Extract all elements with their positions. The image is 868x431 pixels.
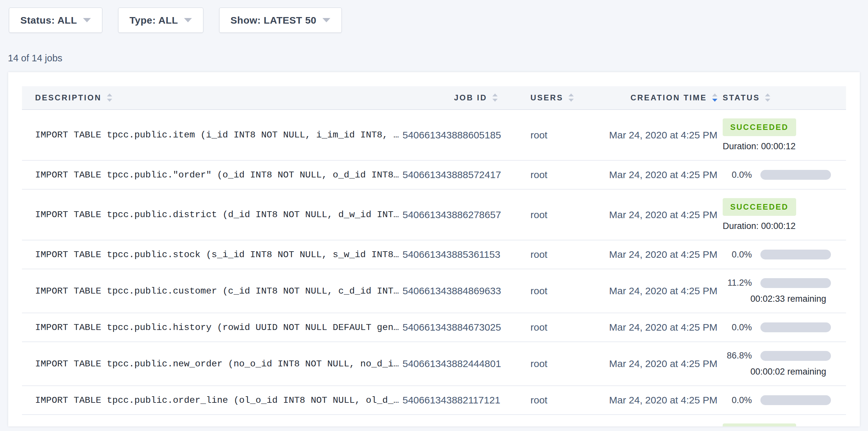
status-cell: 0.0% xyxy=(717,386,846,414)
status-filter-label: Status: ALL xyxy=(20,15,77,26)
progress-bar xyxy=(761,395,831,405)
status-running: 0.0% xyxy=(723,322,831,333)
user-cell: root xyxy=(498,189,573,240)
column-header-status[interactable]: STATUS xyxy=(717,86,846,110)
creation-time-cell: Mar 24, 2020 at 4:25 PM xyxy=(573,189,717,240)
chevron-down-icon xyxy=(83,18,91,22)
progress-percent: 86.8% xyxy=(726,351,752,361)
status-cell: 0.0% xyxy=(717,160,846,189)
job-id-cell: 540661343888572417 xyxy=(403,160,498,189)
progress-bar xyxy=(761,278,831,288)
job-id-cell: 540661343882117121 xyxy=(403,386,498,414)
progress-bar xyxy=(761,351,831,361)
status-running: 11.2% 00:02:33 remaining xyxy=(723,278,831,304)
status-succeeded: SUCCEEDED Duration: 00:00:12 xyxy=(723,198,831,231)
table-row[interactable]: IMPORT TABLE tpcc.public.history (rowid … xyxy=(22,313,846,342)
type-filter-dropdown[interactable]: Type: ALL xyxy=(118,7,204,33)
table-row[interactable]: IMPORT TABLE tpcc.public.customer (c_id … xyxy=(22,269,846,313)
job-description-link[interactable]: IMPORT TABLE tpcc.public.order_line (ol_… xyxy=(35,395,399,405)
jobs-panel: DESCRIPTION JOB ID USERS CREATION TIME S… xyxy=(8,72,860,426)
duration-text: Duration: 00:00:12 xyxy=(723,221,831,231)
sort-icon xyxy=(765,93,770,102)
status-cell: 0.0% xyxy=(717,240,846,269)
creation-time-cell: Mar 24, 2020 at 4:25 PM xyxy=(573,269,717,313)
jobs-count: 14 of 14 jobs xyxy=(8,53,868,64)
user-cell: root xyxy=(498,414,573,426)
column-label: STATUS xyxy=(723,93,760,102)
table-row[interactable]: IMPORT TABLE tpcc.public.stock (s_i_id I… xyxy=(22,240,846,269)
jobs-table: DESCRIPTION JOB ID USERS CREATION TIME S… xyxy=(22,86,846,426)
status-succeeded: SUCCEEDED Duration: 00:00:08 xyxy=(723,424,831,426)
progress-percent: 11.2% xyxy=(727,278,752,288)
status-running: 0.0% xyxy=(723,170,831,180)
table-row[interactable]: IMPORT TABLE tpcc.public.item (i_id INT8… xyxy=(22,110,846,160)
job-description-link[interactable]: IMPORT TABLE tpcc.public.customer (c_id … xyxy=(35,286,399,296)
sort-icon xyxy=(492,93,498,102)
progress-percent: 0.0% xyxy=(732,170,752,180)
column-label: JOB ID xyxy=(454,93,487,102)
table-row[interactable]: IMPORT TABLE tpcc.public.district (d_id … xyxy=(22,189,846,240)
status-badge: SUCCEEDED xyxy=(723,198,796,216)
user-cell: root xyxy=(498,110,573,160)
chevron-down-icon xyxy=(322,18,330,22)
progress-percent: 0.0% xyxy=(732,250,752,260)
status-badge: SUCCEEDED xyxy=(723,424,796,426)
user-cell: root xyxy=(498,386,573,414)
job-id-cell: 540661343885361153 xyxy=(403,240,498,269)
user-cell: root xyxy=(498,342,573,386)
progress-bar xyxy=(761,322,831,332)
status-cell: SUCCEEDED Duration: 00:00:12 xyxy=(717,189,846,240)
column-label: CREATION TIME xyxy=(630,93,707,102)
status-cell: 0.0% xyxy=(717,313,846,342)
sort-icon xyxy=(107,93,112,102)
status-filter-dropdown[interactable]: Status: ALL xyxy=(9,7,102,33)
job-id-cell: 540661343884673025 xyxy=(403,313,498,342)
table-row[interactable]: IMPORT TABLE tpcc.public."order" (o_id I… xyxy=(22,160,846,189)
progress-percent: 0.0% xyxy=(732,322,752,333)
status-cell: SUCCEEDED Duration: 00:00:08 xyxy=(717,414,846,426)
status-cell: SUCCEEDED Duration: 00:00:12 xyxy=(717,110,846,160)
job-id-cell: 540661343884869633 xyxy=(403,269,498,313)
creation-time-cell: Mar 24, 2020 at 4:25 PM xyxy=(573,386,717,414)
job-description-link[interactable]: IMPORT TABLE tpcc.public.item (i_id INT8… xyxy=(35,130,399,140)
user-cell: root xyxy=(498,240,573,269)
job-id-cell: 540661343886278657 xyxy=(403,189,498,240)
show-filter-dropdown[interactable]: Show: LATEST 50 xyxy=(219,7,342,33)
table-row[interactable]: IMPORT TABLE tpcc.public.new_order (no_o… xyxy=(22,342,846,386)
remaining-text: 00:00:02 remaining xyxy=(723,367,831,377)
job-id-cell: 540661343882444801 xyxy=(403,342,498,386)
status-running: 0.0% xyxy=(723,250,831,260)
duration-text: Duration: 00:00:12 xyxy=(723,142,831,152)
table-header-row: DESCRIPTION JOB ID USERS CREATION TIME S… xyxy=(22,86,846,110)
table-row[interactable]: IMPORT TABLE tpcc.public.order_line (ol_… xyxy=(22,386,846,414)
column-label: DESCRIPTION xyxy=(35,93,102,102)
column-header-job-id[interactable]: JOB ID xyxy=(403,86,498,110)
job-description-link[interactable]: IMPORT TABLE tpcc.public.stock (s_i_id I… xyxy=(35,250,399,260)
column-header-users[interactable]: USERS xyxy=(498,86,573,110)
table-row[interactable]: IMPORT TABLE tpcc.public.warehouse (w_id… xyxy=(22,414,846,426)
job-description-link[interactable]: IMPORT TABLE tpcc.public.district (d_id … xyxy=(35,210,399,220)
job-description-link[interactable]: IMPORT TABLE tpcc.public."order" (o_id I… xyxy=(35,170,399,180)
user-cell: root xyxy=(498,160,573,189)
job-description-link[interactable]: IMPORT TABLE tpcc.public.new_order (no_o… xyxy=(35,359,399,369)
progress-bar xyxy=(761,250,831,259)
status-badge: SUCCEEDED xyxy=(723,118,796,136)
creation-time-cell: Mar 24, 2020 at 4:25 PM xyxy=(573,110,717,160)
status-cell: 11.2% 00:02:33 remaining xyxy=(717,269,846,313)
user-cell: root xyxy=(498,313,573,342)
column-header-description[interactable]: DESCRIPTION xyxy=(22,86,403,110)
job-description-link[interactable]: IMPORT TABLE tpcc.public.history (rowid … xyxy=(35,322,399,333)
creation-time-cell: Mar 24, 2020 at 4:25 PM xyxy=(573,160,717,189)
show-filter-label: Show: LATEST 50 xyxy=(230,15,316,26)
creation-time-cell: Mar 24, 2020 at 4:25 PM xyxy=(573,240,717,269)
progress-bar xyxy=(761,170,831,180)
job-id-cell: 540661343888605185 xyxy=(403,110,498,160)
status-running: 0.0% xyxy=(723,395,831,405)
status-succeeded: SUCCEEDED Duration: 00:00:12 xyxy=(723,118,831,152)
column-header-creation-time[interactable]: CREATION TIME xyxy=(573,86,717,110)
type-filter-label: Type: ALL xyxy=(130,15,178,26)
creation-time-cell: Mar 24, 2020 at 4:25 PM xyxy=(573,414,717,426)
column-label: USERS xyxy=(530,93,563,102)
sort-icon xyxy=(568,93,574,102)
filter-bar: Status: ALL Type: ALL Show: LATEST 50 xyxy=(0,0,868,33)
